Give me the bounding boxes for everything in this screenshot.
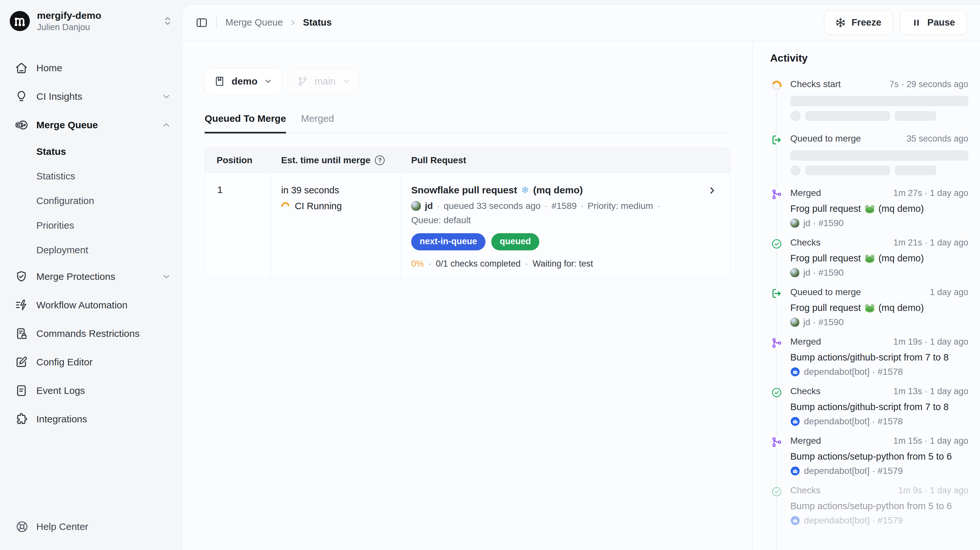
chevron-right-icon[interactable] (707, 185, 717, 195)
label-pill-next-in-queue[interactable]: next-in-queue (411, 233, 485, 250)
activity-entry[interactable]: Merged1m 27s · 1 day agoFrog pull reques… (770, 188, 968, 228)
activity-entry[interactable]: Queued to merge35 seconds ago (770, 133, 968, 176)
activity-entry[interactable]: Checks start7s · 29 seconds ago (770, 79, 968, 121)
check-icon (771, 387, 782, 398)
breadcrumb-status: Status (303, 17, 332, 28)
activity-entry[interactable]: Queued to merge1 day agoFrog pull reques… (770, 287, 968, 328)
freeze-label: Freeze (851, 17, 881, 28)
author-avatar (790, 219, 799, 228)
activity-entry[interactable]: Checks1m 13s · 1 day agoBump actions/git… (770, 386, 968, 426)
queue-table-header: Position Est. time until merge ? Pull Re… (205, 148, 730, 173)
puzzle-icon (15, 413, 28, 426)
chevrons-up-down-icon (162, 16, 173, 27)
ci-running-spinner-icon (280, 200, 291, 212)
sidebar-item-status[interactable]: Status (0, 139, 182, 164)
sidebar: mergify-demo Julien Danjou Home CI Insig… (0, 0, 182, 550)
org-switcher[interactable]: mergify-demo Julien Danjou (0, 6, 182, 38)
snowflake-icon (835, 17, 846, 28)
chevron-right-icon (289, 19, 297, 27)
snowflake-emoji: ❄ (521, 184, 529, 196)
activity-pr-author: jd · #1590 (790, 317, 968, 328)
sidebar-item-config-editor[interactable]: Config Editor (0, 348, 182, 376)
header-pull-request: Pull Request (401, 155, 730, 165)
sidebar-toggle-icon[interactable] (196, 16, 208, 29)
activity-pr-title: Frog pull request(mq demo) (790, 303, 968, 313)
chevron-up-icon (162, 120, 171, 130)
activity-pr-author: dependabot[bot] · #1578 (790, 416, 968, 426)
tab-merged[interactable]: Merged (301, 113, 334, 133)
sidebar-item-event-logs[interactable]: Event Logs (0, 376, 182, 405)
chevron-down-icon (162, 92, 171, 101)
row-est-time: in 39 seconds (281, 185, 401, 196)
chevron-down-icon (264, 77, 272, 86)
activity-pr-author: dependabot[bot] · #1579 (790, 466, 968, 476)
sidebar-item-workflow-automation[interactable]: Workflow Automation (0, 291, 182, 319)
sidebar-item-statistics[interactable]: Statistics (0, 164, 182, 189)
activity-pr-author: jd · #1590 (790, 268, 968, 278)
queue-content: demo main Queued To Merge M (183, 41, 752, 550)
queue-tabs: Queued To Merge Merged (205, 113, 730, 133)
shield-check-icon (15, 270, 28, 283)
activity-pr-author: dependabot[bot] · #1579 (790, 515, 968, 526)
pr-queue-name: Queue: default (411, 215, 694, 225)
workflow-icon (15, 299, 28, 312)
freeze-button[interactable]: Freeze (824, 11, 893, 35)
pr-meta-item: Priority: medium (588, 201, 653, 211)
activity-entry[interactable]: Checks1m 21s · 1 day agoFrog pull reques… (770, 238, 968, 278)
chevron-down-icon (162, 272, 171, 282)
activity-entry[interactable]: Merged1m 15s · 1 day agoBump actions/set… (770, 436, 968, 476)
sidebar-item-configuration[interactable]: Configuration (0, 189, 182, 213)
merge-queue-icon (15, 119, 28, 132)
author-avatar (790, 268, 799, 277)
topbar-divider (216, 17, 217, 29)
activity-feed: Checks start7s · 29 seconds ago Queued t… (770, 79, 968, 550)
spinner-icon (770, 79, 783, 92)
sidebar-item-integrations[interactable]: Integrations (0, 405, 182, 433)
help-center-label: Help Center (36, 521, 88, 532)
sidebar-item-merge-queue[interactable]: Merge Queue (0, 111, 182, 139)
activity-pr-title: Frog pull request(mq demo) (790, 203, 968, 214)
sidebar-nav: Home CI Insights Merge QueueStatusStatis… (0, 38, 182, 514)
tab-queued-to-merge[interactable]: Queued To Merge (205, 113, 286, 133)
merge-icon (771, 189, 782, 200)
label-pill-queued[interactable]: queued (491, 233, 539, 250)
branch-select[interactable]: main (288, 68, 360, 94)
file-text-icon (15, 384, 28, 397)
activity-pr-title: Frog pull request(mq demo) (790, 253, 968, 264)
pr-meta-item: queued 33 seconds ago (444, 201, 541, 211)
activity-title: Activity (770, 52, 968, 64)
merge-icon (771, 437, 782, 448)
repository-select[interactable]: demo (205, 68, 282, 94)
sidebar-item-commands-restrictions[interactable]: Commands Restrictions (0, 319, 182, 348)
topbar: Merge Queue Status Freeze (183, 5, 980, 41)
skeleton-circle (790, 165, 801, 176)
pause-label: Pause (928, 17, 955, 28)
file-lock-icon (15, 327, 28, 340)
row-position: 1 (205, 173, 271, 279)
main-panel: Merge Queue Status Freeze (182, 5, 980, 550)
breadcrumb-merge-queue[interactable]: Merge Queue (225, 17, 283, 28)
check-icon (771, 486, 782, 497)
queue-row[interactable]: 1 in 39 seconds CI Running Snowf (205, 173, 730, 279)
pause-icon (911, 17, 922, 28)
author-avatar (411, 201, 421, 211)
activity-entry[interactable]: Checks1m 9s · 1 day agoBump actions/setu… (770, 485, 968, 526)
sidebar-item-ci-insights[interactable]: CI Insights (0, 82, 182, 111)
pr-title[interactable]: Snowflake pull request❄(mq demo) (411, 184, 694, 196)
activity-pr-author: jd · #1590 (790, 218, 968, 228)
chevron-down-icon (342, 77, 350, 86)
sidebar-item-help-center[interactable]: Help Center (0, 514, 182, 539)
checks-percent: 0% (411, 259, 424, 269)
activity-pr-title: Bump actions/setup-python from 5 to 6 (790, 501, 968, 512)
ci-status: CI Running (295, 201, 342, 211)
sidebar-item-merge-protections[interactable]: Merge Protections (0, 262, 182, 291)
help-circle-icon[interactable]: ? (375, 155, 385, 165)
sidebar-item-priorities[interactable]: Priorities (0, 213, 182, 238)
queue-table: Position Est. time until merge ? Pull Re… (205, 148, 730, 279)
sidebar-item-deployment[interactable]: Deployment (0, 238, 182, 262)
activity-pr-author: dependabot[bot] · #1578 (790, 367, 968, 377)
sidebar-item-home[interactable]: Home (0, 54, 182, 82)
check-icon (771, 238, 782, 249)
pause-button[interactable]: Pause (900, 11, 966, 35)
activity-entry[interactable]: Merged1m 19s · 1 day agoBump actions/git… (770, 336, 968, 377)
